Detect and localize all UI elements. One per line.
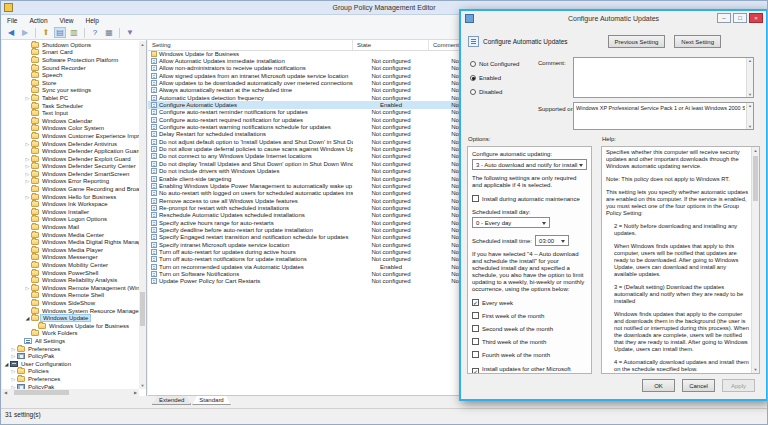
- tree-item[interactable]: Windows Media Digital Rights Management: [2, 238, 139, 246]
- configure-updating-dropdown[interactable]: 3 - Auto download and notify for install: [472, 159, 587, 170]
- tree-item[interactable]: Windows Installer: [2, 208, 139, 216]
- scrollbar-thumb[interactable]: [140, 292, 145, 326]
- tree-item[interactable]: ▷Windows Error Reporting: [2, 178, 139, 186]
- expand-icon[interactable]: ▷: [24, 171, 31, 177]
- expand-icon[interactable]: ▷: [10, 376, 17, 382]
- tree-item[interactable]: Shutdown Options: [2, 41, 139, 49]
- tree-item[interactable]: ▷Windows Defender Security Center: [2, 163, 139, 171]
- next-setting-button[interactable]: Next Setting: [674, 35, 721, 48]
- tree-item[interactable]: Windows Ink Workspace: [2, 200, 139, 208]
- scrollbar-thumb[interactable]: [14, 390, 69, 395]
- close-button[interactable]: ×: [749, 13, 763, 23]
- tree-item[interactable]: Software Protection Platform: [2, 56, 139, 64]
- menu-item-action[interactable]: Action: [23, 17, 53, 24]
- supported-on-scrollbar[interactable]: ▲▼: [746, 103, 753, 129]
- scroll-left-icon[interactable]: ◀: [2, 389, 9, 396]
- tree-horizontal-scrollbar[interactable]: ◀ ▶: [2, 389, 139, 396]
- tree-item[interactable]: Text Input: [2, 109, 139, 117]
- tree-vertical-scrollbar[interactable]: ▲ ▼: [139, 41, 146, 389]
- expand-icon[interactable]: ▷: [10, 368, 17, 374]
- radio-enabled[interactable]: Enabled: [470, 71, 519, 85]
- console-tree-icon[interactable]: ▤: [54, 27, 66, 38]
- scrollbar-thumb[interactable]: [753, 156, 758, 201]
- tree-item[interactable]: Windows Color System: [2, 125, 139, 133]
- tree-item[interactable]: Work Folders: [2, 330, 139, 338]
- checkbox-install-during-automatic-maintenance[interactable]: Install during automatic maintenance: [472, 195, 587, 202]
- tree-item[interactable]: Windows Messenger: [2, 254, 139, 262]
- scroll-right-icon[interactable]: ▶: [132, 389, 139, 396]
- tree-item[interactable]: Windows Media Center: [2, 231, 139, 239]
- tree-item[interactable]: Windows Reliability Analysis: [2, 276, 139, 284]
- cancel-button[interactable]: Cancel: [682, 379, 715, 392]
- tree-item[interactable]: Windows Customer Experience Improvement: [2, 132, 139, 140]
- scroll-down-icon[interactable]: ▼: [139, 382, 146, 389]
- expand-icon[interactable]: ▷: [24, 194, 31, 200]
- expand-icon[interactable]: ▷: [24, 95, 31, 101]
- expand-icon[interactable]: ▷: [24, 178, 31, 184]
- ok-button[interactable]: OK: [642, 379, 675, 392]
- menu-item-view[interactable]: View: [54, 17, 80, 24]
- collapse-icon[interactable]: ◢: [3, 361, 10, 367]
- tree-item[interactable]: All Settings: [2, 337, 139, 345]
- tree-item[interactable]: ▷Policies: [2, 368, 139, 376]
- tree-item[interactable]: Sound Recorder: [2, 64, 139, 72]
- tree-item[interactable]: ▷Windows Defender Antivirus: [2, 140, 139, 148]
- scroll-up-icon[interactable]: ▲: [752, 147, 759, 154]
- tree-item[interactable]: Speech: [2, 71, 139, 79]
- tree-item[interactable]: ◢User Configuration: [2, 360, 139, 368]
- tree-item[interactable]: Windows Media Player: [2, 246, 139, 254]
- checkbox-second-week-of-the-month[interactable]: Second week of the month: [472, 325, 587, 332]
- expand-icon[interactable]: ▷: [24, 163, 31, 169]
- tree-item[interactable]: Store: [2, 79, 139, 87]
- filter-icon[interactable]: ▼: [124, 27, 136, 38]
- collapse-icon[interactable]: ◢: [24, 315, 31, 321]
- expand-icon[interactable]: ▷: [10, 353, 17, 359]
- supported-on-box[interactable]: Windows XP Professional Service Pack 1 o…: [573, 102, 754, 130]
- install-day-dropdown[interactable]: 0 - Every day: [472, 217, 550, 228]
- tree-item[interactable]: ▷Preferences: [2, 345, 139, 353]
- menu-item-file[interactable]: File: [1, 17, 23, 24]
- export-list-icon[interactable]: ▥: [68, 27, 80, 38]
- tree-item[interactable]: ▷Windows Hello for Business: [2, 193, 139, 201]
- install-time-dropdown[interactable]: 03:00: [535, 235, 569, 246]
- up-level-icon[interactable]: ⬆: [40, 27, 52, 38]
- tree-item[interactable]: ▷Tablet PC: [2, 94, 139, 102]
- checkbox-install-updates-for-other-microsoft-products[interactable]: ✓Install updates for other Microsoft pro…: [472, 368, 587, 374]
- checkbox-fourth-week-of-the-month[interactable]: Fourth week of the month: [472, 351, 587, 358]
- tree-item[interactable]: Windows SideShow: [2, 299, 139, 307]
- comment-textarea[interactable]: ▲▼: [573, 57, 754, 98]
- tree-item[interactable]: Windows Defender Application Guard: [2, 147, 139, 155]
- checkbox-every-week[interactable]: ✓Every week: [472, 299, 587, 306]
- tree-item[interactable]: ▷Windows Remote Management (WinRM): [2, 284, 139, 292]
- tree-item[interactable]: Windows Update for Business: [2, 322, 139, 330]
- expand-icon[interactable]: ▷: [24, 156, 31, 162]
- maximize-button[interactable]: □: [733, 13, 747, 23]
- tree-item[interactable]: ▷Preferences: [2, 375, 139, 383]
- menu-item-help[interactable]: Help: [80, 17, 105, 24]
- minimize-button[interactable]: –: [717, 13, 731, 23]
- tree-item[interactable]: Windows Calendar: [2, 117, 139, 125]
- tab-standard[interactable]: Standard: [192, 396, 230, 405]
- checkbox-first-week-of-the-month[interactable]: First week of the month: [472, 312, 587, 319]
- column-header-setting[interactable]: Setting: [148, 40, 353, 50]
- tree-item[interactable]: Windows Game Recording and Broadcasting: [2, 185, 139, 193]
- tree-item[interactable]: Task Scheduler: [2, 102, 139, 110]
- properties-icon[interactable]: ▦: [103, 27, 115, 38]
- radio-disabled[interactable]: Disabled: [470, 85, 519, 99]
- expand-icon[interactable]: ▷: [24, 141, 31, 147]
- scroll-up-icon[interactable]: ▲: [139, 41, 146, 48]
- previous-setting-button[interactable]: Previous Setting: [608, 35, 666, 48]
- tab-extended[interactable]: Extended: [152, 396, 191, 405]
- radio-not-configured[interactable]: Not Configured: [470, 57, 519, 71]
- comment-scrollbar[interactable]: ▲▼: [746, 58, 753, 97]
- tree-item[interactable]: ▷Windows Defender Exploit Guard: [2, 155, 139, 163]
- tree-item[interactable]: ◢Windows Update: [2, 314, 139, 322]
- tree-item[interactable]: Sync your settings: [2, 87, 139, 95]
- tree-item[interactable]: Windows Mail: [2, 223, 139, 231]
- help-icon[interactable]: ?: [89, 27, 101, 38]
- expand-icon[interactable]: ▷: [10, 346, 17, 352]
- tree-item[interactable]: Windows Logon Options: [2, 216, 139, 224]
- help-scrollbar[interactable]: ▲ ▼: [751, 147, 759, 373]
- tree-item[interactable]: Windows PowerShell: [2, 269, 139, 277]
- tree-item[interactable]: ▷PolicyPak: [2, 352, 139, 360]
